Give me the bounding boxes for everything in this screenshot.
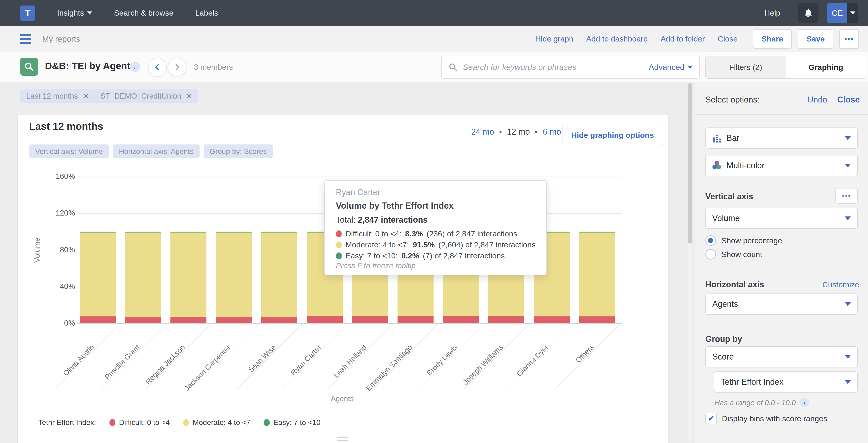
more-options-button[interactable]: ••• (839, 29, 859, 49)
prev-report-button[interactable] (148, 58, 167, 76)
logo-letter: T (25, 8, 31, 18)
bar-segment-difficult[interactable] (216, 317, 252, 323)
help-link[interactable]: Help (764, 8, 780, 18)
group-by-dropdown[interactable]: Score (705, 346, 858, 367)
dropdown-arrow[interactable] (838, 208, 857, 228)
notifications-button[interactable] (798, 3, 818, 23)
tab-filters[interactable]: Filters (2) (706, 56, 786, 78)
dropdown-arrow[interactable] (838, 294, 857, 314)
bar-segment-difficult[interactable] (488, 316, 524, 323)
add-to-dashboard-link[interactable]: Add to dashboard (586, 34, 648, 43)
info-icon[interactable]: i (800, 398, 809, 407)
bar-segment-difficult[interactable] (534, 316, 570, 323)
bar-segment-moderate[interactable] (216, 232, 252, 317)
nav-insights[interactable]: Insights (57, 8, 92, 18)
range-note-text: Has a range of 0.0 - 10.0 (715, 399, 796, 407)
bar-segment-difficult[interactable] (307, 316, 343, 323)
color-mode-dropdown[interactable]: Multi-color (705, 155, 858, 176)
hide-graph-link[interactable]: Hide graph (535, 34, 573, 43)
bar-segment-difficult[interactable] (443, 316, 479, 323)
horizontal-axis-dropdown[interactable]: Agents (705, 293, 858, 315)
bar-segment-difficult[interactable] (398, 316, 434, 323)
keyword-search: Advanced (441, 56, 700, 78)
next-report-button[interactable] (168, 58, 186, 76)
customize-link[interactable]: Customize (823, 280, 859, 289)
chevron-left-icon (153, 63, 161, 71)
dropdown-arrow[interactable] (838, 372, 857, 392)
bar-segment-moderate[interactable] (170, 232, 207, 317)
tooltip-row-rest: (2,604) of 2,847 interactions (438, 240, 535, 249)
tooltip-agent: Ryan Carter (336, 188, 380, 197)
toolbar-buttons: Share Save ••• (753, 29, 859, 49)
bar-segment-difficult[interactable] (170, 317, 207, 323)
bar-segment-moderate[interactable] (261, 232, 297, 317)
search-input[interactable] (462, 62, 649, 72)
group-by-value: Score (712, 352, 734, 361)
bar-segment-difficult[interactable] (80, 316, 116, 323)
x-axis-label: Brody Lewis (369, 343, 460, 434)
add-to-folder-link[interactable]: Add to folder (661, 34, 705, 43)
vertical-axis-dropdown[interactable]: Volume (705, 208, 858, 229)
nav-labels[interactable]: Labels (195, 8, 218, 18)
easy-dot-icon (336, 252, 342, 259)
dropdown-arrow[interactable] (838, 347, 857, 367)
vertical-axis-more-button[interactable]: ••• (835, 188, 858, 203)
dropdown-arrow[interactable] (838, 155, 857, 176)
chevron-down-icon (845, 302, 851, 306)
radio-show-percentage[interactable]: Show percentage (705, 235, 782, 246)
bar-segment-difficult[interactable] (352, 316, 388, 323)
bar-segment-moderate[interactable] (125, 232, 161, 317)
content-scrollbar[interactable] (688, 83, 692, 443)
x-axis-label: Others (505, 343, 596, 434)
bar-segment-difficult[interactable] (125, 317, 161, 323)
tooltip-row-label: Easy: 7 to <10: (345, 251, 398, 260)
bar-segment-moderate[interactable] (80, 232, 116, 316)
chart-type-dropdown[interactable]: Bar (705, 127, 858, 149)
share-button[interactable]: Share (753, 29, 792, 49)
top-nav: T Insights Search & browse Labels Help C… (0, 0, 868, 26)
breadcrumb[interactable]: My reports (42, 34, 80, 43)
tooltip-row-label: Difficult: 0 to <4: (345, 229, 401, 238)
radio-label: Show percentage (721, 236, 782, 245)
bell-icon (803, 8, 813, 18)
user-menu-caret[interactable] (847, 3, 858, 23)
tethr-logo[interactable]: T (20, 5, 35, 21)
close-icon[interactable]: ✕ (83, 92, 89, 100)
filter-chip-dataset[interactable]: ST_DEMO: CreditUnion ✕ (94, 89, 198, 103)
filter-chip-date[interactable]: Last 12 months ✕ (20, 89, 95, 103)
bar-segment-moderate[interactable] (579, 232, 615, 316)
legend-label: Difficult: 0 to <4 (119, 418, 170, 427)
nav-search-browse-label: Search & browse (114, 8, 174, 18)
advanced-search-toggle[interactable]: Advanced (649, 63, 693, 72)
legend-label: Moderate: 4 to <7 (193, 418, 250, 427)
nav-search-browse[interactable]: Search & browse (114, 8, 174, 18)
tooltip-row-pct: 91.5% (413, 240, 435, 249)
tooltip-title: Volume by Tethr Effort Index (336, 201, 454, 211)
close-panel-link[interactable]: Close (837, 95, 860, 104)
tab-graphing[interactable]: Graphing (786, 56, 866, 78)
bar-segment-difficult[interactable] (579, 316, 615, 323)
bar-chart-icon (712, 133, 722, 143)
vertical-axis-value: Volume (712, 214, 740, 223)
toolbar-actions: Hide graph Add to dashboard Add to folde… (535, 29, 859, 49)
display-bins-checkbox[interactable]: ✔ Display bins with score ranges (705, 413, 827, 424)
x-axis-label: Emmalyn Santiago (323, 343, 414, 434)
info-icon[interactable]: i (130, 61, 140, 72)
close-icon[interactable]: ✕ (186, 92, 192, 100)
scrollbar-thumb[interactable] (688, 83, 692, 244)
score-metric-dropdown[interactable]: Tethr Effort Index (714, 372, 858, 392)
user-menu[interactable]: CE (827, 3, 858, 23)
divider (695, 326, 868, 326)
save-button[interactable]: Save (798, 29, 833, 49)
radio-show-count[interactable]: Show count (705, 249, 762, 259)
moderate-dot-icon (183, 419, 189, 426)
bar-segment-difficult[interactable] (261, 317, 297, 323)
gridline (77, 177, 622, 177)
undo-link[interactable]: Undo (807, 95, 827, 104)
close-link[interactable]: Close (718, 34, 738, 43)
chip-label: Last 12 months (26, 92, 78, 100)
legend-item-difficult: Difficult: 0 to <4 (110, 418, 170, 427)
card-resize-handle[interactable] (337, 437, 348, 441)
menu-button[interactable] (20, 34, 31, 44)
dropdown-arrow[interactable] (838, 128, 857, 148)
